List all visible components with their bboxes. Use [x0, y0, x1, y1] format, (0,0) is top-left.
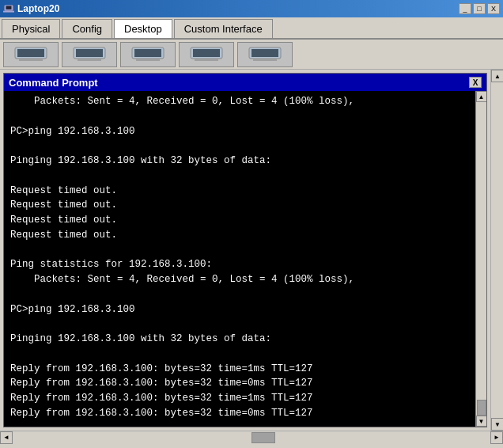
svg-rect-8	[76, 49, 103, 57]
svg-rect-4	[19, 59, 43, 61]
main-area: Command Prompt X Packets: Sent = 4, Rece…	[0, 70, 503, 431]
svg-rect-11	[134, 49, 161, 57]
title-bar: Laptop20 _ □ X	[0, 0, 503, 17]
bottom-scrollbar: ◄ ►	[0, 431, 503, 443]
cmd-line: Request timed out.	[10, 228, 469, 243]
cmd-line	[10, 243, 469, 258]
command-prompt-window: Command Prompt X Packets: Sent = 4, Rece…	[3, 73, 487, 427]
cmd-line: Request timed out.	[10, 198, 469, 213]
toolbar-icon-2[interactable]	[62, 42, 117, 67]
title-bar-controls: _ □ X	[459, 3, 500, 14]
maximize-button[interactable]: □	[473, 3, 486, 14]
outer-scroll-down-button[interactable]: ▼	[491, 418, 503, 431]
tab-physical[interactable]: Physical	[2, 19, 60, 38]
cmd-line: Request timed out.	[10, 213, 469, 228]
outer-scroll-up-button[interactable]: ▲	[491, 70, 503, 82]
cmd-line: Packets: Sent = 4, Received = 0, Lost = …	[10, 94, 469, 109]
cmd-line: PC>ping 192.168.3.100	[10, 124, 469, 139]
title-bar-left: Laptop20	[3, 3, 59, 14]
cmd-line: Request timed out.	[10, 184, 469, 199]
device-icon-1	[11, 45, 51, 64]
svg-rect-13	[195, 59, 218, 61]
bottom-scroll-thumb[interactable]	[252, 432, 275, 443]
cmd-line: PC>ping 192.168.3.100	[10, 302, 469, 317]
cmd-line: Pinging 192.168.3.100 with 32 bytes of d…	[10, 154, 469, 169]
scroll-down-button[interactable]: ▼	[476, 416, 487, 427]
cmd-line: Reply from 192.168.3.100: bytes=32 time=…	[10, 376, 469, 391]
bottom-scroll-track	[13, 431, 490, 444]
window-title: Laptop20	[17, 3, 59, 14]
svg-rect-1	[3, 11, 14, 13]
svg-rect-14	[193, 49, 220, 57]
cmd-line	[10, 347, 469, 362]
toolbar-icon-1[interactable]	[3, 42, 59, 67]
tab-bar: Physical Config Desktop Custom Interface	[0, 17, 503, 40]
cmd-line: Reply from 192.168.3.100: bytes=32 time=…	[10, 406, 469, 421]
cmd-line: Ping statistics for 192.168.3.100:	[10, 257, 469, 272]
cmd-line	[10, 139, 469, 154]
tab-config[interactable]: Config	[62, 19, 112, 38]
scroll-thumb[interactable]	[477, 400, 486, 416]
scroll-up-button[interactable]: ▲	[476, 91, 487, 102]
cmd-line: Pinging 192.168.3.100 with 32 bytes of d…	[10, 332, 469, 347]
svg-rect-10	[136, 59, 160, 61]
svg-rect-7	[78, 59, 101, 61]
toolbar	[0, 40, 503, 70]
tab-desktop[interactable]: Desktop	[114, 19, 172, 38]
cmd-line	[10, 317, 469, 332]
svg-rect-16	[253, 59, 277, 61]
scroll-track	[476, 102, 487, 416]
svg-rect-17	[252, 49, 278, 57]
close-button[interactable]: X	[487, 3, 500, 14]
cmd-line: Reply from 192.168.3.100: bytes=32 time=…	[10, 391, 469, 406]
toolbar-icon-4[interactable]	[179, 42, 234, 67]
toolbar-icon-3[interactable]	[120, 42, 176, 67]
cmd-line: Packets: Sent = 4, Received = 0, Lost = …	[10, 272, 469, 287]
cmd-body[interactable]: Packets: Sent = 4, Received = 0, Lost = …	[4, 91, 475, 427]
cmd-title: Command Prompt	[9, 77, 98, 89]
bottom-scroll-left-button[interactable]: ◄	[0, 431, 13, 444]
cmd-line	[10, 169, 469, 184]
svg-rect-5	[17, 49, 44, 57]
device-icon-5	[245, 45, 285, 64]
minimize-button[interactable]: _	[459, 3, 471, 14]
outer-scroll-track	[491, 82, 503, 418]
device-icon-2	[70, 45, 109, 64]
cmd-line: Reply from 192.168.3.100: bytes=32 time=…	[10, 362, 469, 377]
svg-rect-2	[6, 6, 12, 9]
cmd-title-bar: Command Prompt X	[4, 74, 486, 91]
toolbar-icon-5[interactable]	[237, 42, 293, 67]
status-bar: @51CTO↗	[0, 443, 503, 448]
cmd-line	[10, 287, 469, 302]
cmd-line	[10, 109, 469, 124]
device-icon-4	[187, 45, 226, 64]
outer-scrollbar: ▲ ▼	[490, 70, 503, 431]
cmd-line	[10, 421, 469, 427]
tab-custom-interface[interactable]: Custom Interface	[174, 19, 273, 38]
cmd-scrollbar: ▲ ▼	[475, 91, 486, 427]
bottom-scroll-right-button[interactable]: ►	[490, 431, 503, 444]
device-icon-3	[128, 45, 168, 64]
cmd-close-button[interactable]: X	[469, 77, 482, 88]
laptop-icon	[3, 3, 14, 14]
